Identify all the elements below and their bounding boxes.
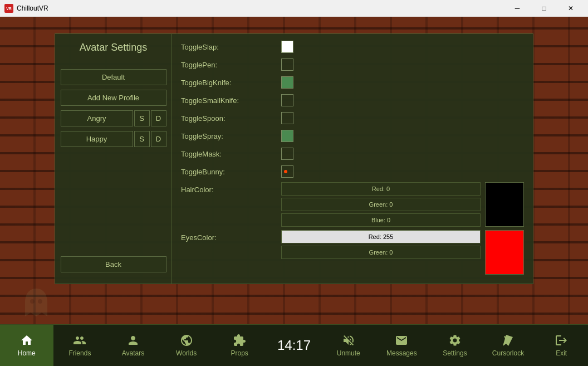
toggle-smallknife-label: ToggleSmallKnife: [181,96,281,105]
minimize-button[interactable]: ─ [504,0,530,17]
toggle-smallknife-row: ToggleSmallKnife: [181,93,524,108]
worlds-icon [180,334,193,347]
toggle-bigknife-row: ToggleBigKnife: [181,75,524,90]
toggle-bunny-box[interactable] [281,165,293,178]
toggle-mask-checkbox[interactable] [281,148,293,160]
hair-color-sliders: Red: 0 Green: 0 Blue: [281,182,481,227]
maximize-button[interactable]: □ [531,0,557,17]
toggle-pen-row: TogglePen: [181,57,524,72]
happy-s-button[interactable]: S [134,131,150,147]
toggle-bunny-label: ToggleBunny: [181,168,281,176]
toggle-spray-checkbox[interactable] [281,130,293,142]
happy-d-button[interactable]: D [151,131,166,147]
nav-messages[interactable]: Messages [375,325,429,366]
nav-exit-label: Exit [556,349,567,357]
hair-color-swatch [485,182,524,227]
toggle-pen-checkbox[interactable] [281,58,293,71]
toggle-bunny-dot [284,170,287,173]
hair-red-track[interactable]: Red: 0 [281,182,481,196]
nav-cursorlock-label: Cursorlock [492,349,524,357]
toggle-mask-row: ToggleMask: [181,147,524,161]
toggle-spray-label: ToggleSpray: [181,132,281,140]
toggle-spray-row: ToggleSpray: [181,129,524,143]
toggle-slap-checkbox[interactable] [281,41,293,53]
toggle-spoon-row: ToggleSpoon: [181,111,524,125]
eyes-red-track[interactable]: Red: 255 [281,230,481,243]
svg-point-3 [38,299,42,304]
hair-green-label: Green: 0 [369,201,393,208]
hair-blue-label: Blue: 0 [371,217,390,223]
clock-display: 14:17 [266,325,322,366]
toggle-mask-label: ToggleMask: [181,150,281,158]
nav-cursorlock[interactable]: Cursorlock [482,325,535,366]
svg-point-2 [30,299,35,304]
hair-blue-track[interactable]: Blue: 0 [281,213,481,227]
nav-worlds[interactable]: Worlds [160,325,213,366]
eyes-green-track[interactable]: Green: 0 [281,246,481,259]
eyes-color-label: EyesColor: [181,233,281,242]
toggle-spoon-label: ToggleSpoon: [181,114,281,123]
hair-blue-row: Blue: 0 [281,213,481,227]
toggle-slap-row: ToggleSlap: [181,40,524,54]
toggle-bunny-row: ToggleBunny: [181,164,524,179]
back-button[interactable]: Back [61,256,166,272]
titlebar-controls: ─ □ ✕ [504,0,584,17]
sidebar-title: Avatar Settings [80,42,148,53]
settings-icon [448,334,462,347]
nav-unmute[interactable]: Unmute [322,325,375,366]
content-area: Avatar Settings Default Add New Profile … [0,17,588,324]
avatar-panel: Avatar Settings Default Add New Profile … [55,33,533,284]
avatars-icon [126,334,140,347]
eyes-color-swatch [485,230,524,275]
hair-green-track[interactable]: Green: 0 [281,198,481,211]
nav-settings[interactable]: Settings [428,325,482,366]
nav-messages-label: Messages [386,349,417,357]
hair-red-label: Red: 0 [372,186,390,192]
angry-profile-row: Angry S D [61,110,166,126]
nav-props[interactable]: Props [213,325,266,366]
toggle-pen-label: TogglePen: [181,61,281,69]
nav-props-label: Props [231,349,248,357]
toggle-slap-label: ToggleSlap: [181,43,281,51]
angry-s-button[interactable]: S [134,110,150,126]
angry-profile-button[interactable]: Angry [61,110,133,126]
eyes-green-row: Green: 0 [281,246,481,259]
nav-avatars-label: Avatars [122,349,144,357]
nav-home[interactable]: Home [0,325,53,366]
toggle-smallknife-checkbox[interactable] [281,94,293,106]
exit-icon [555,334,568,347]
props-icon [233,334,246,347]
settings-panel: ToggleSlap: TogglePen: ToggleBigKnife: T… [172,34,533,284]
svg-text:VR: VR [6,7,12,11]
angry-d-button[interactable]: D [151,110,166,126]
titlebar-title: ChilloutVR [17,4,48,12]
hair-red-row: Red: 0 [281,182,481,196]
cursorlock-icon [502,334,515,347]
toggle-bigknife-checkbox[interactable] [281,76,293,89]
titlebar: VR ChilloutVR ─ □ ✕ [0,0,588,17]
titlebar-left: VR ChilloutVR [4,4,48,13]
home-icon [20,334,33,347]
add-new-profile-button[interactable]: Add New Profile [61,90,166,106]
toggle-spoon-checkbox[interactable] [281,112,293,124]
eyes-color-section: EyesColor: Red: 255 Green: 0 [181,230,524,275]
default-profile-button[interactable]: Default [61,69,166,85]
happy-profile-button[interactable]: Happy [61,131,133,147]
nav-unmute-label: Unmute [337,349,360,357]
eyes-red-row: Red: 255 [281,230,481,243]
hair-color-section: HairColor: Red: 0 Green: 0 [181,182,524,227]
nav-friends[interactable]: Friends [53,325,107,366]
ghost-icon [22,286,50,321]
eyes-color-sliders: Red: 255 Green: 0 [281,230,481,259]
hair-color-label: HairColor: [181,186,281,194]
nav-exit[interactable]: Exit [535,325,588,366]
toggle-bigknife-label: ToggleBigKnife: [181,79,281,87]
close-button[interactable]: ✕ [558,0,584,17]
eyes-green-label: Green: 0 [369,249,393,256]
navbar: Home Friends Avatars Worlds [0,324,588,366]
unmute-icon [342,334,355,347]
nav-avatars[interactable]: Avatars [106,325,160,366]
friends-icon [73,334,86,347]
nav-worlds-label: Worlds [176,349,197,357]
nav-home-label: Home [18,349,36,357]
